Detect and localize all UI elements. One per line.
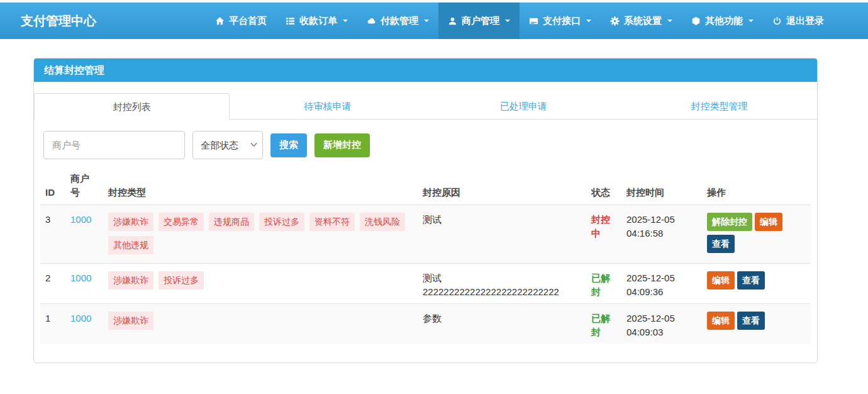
header-block-reason: 封控原因 [418, 167, 586, 205]
user-icon [448, 16, 457, 26]
edit-button[interactable]: 编辑 [755, 213, 782, 231]
search-toolbar: 全部状态 搜索 新增封控 [43, 131, 808, 159]
block-time: 2025-12-05 04:09:03 [621, 303, 702, 344]
block-types-cell: 涉嫌欺诈交易异常违规商品投诉过多资料不符洗钱风险其他违规 [103, 205, 418, 263]
gear-icon [610, 16, 620, 26]
search-button[interactable]: 搜索 [270, 133, 307, 157]
nav-item-label: 平台首页 [229, 15, 267, 27]
row-id: 1 [40, 303, 65, 344]
block-time: 2025-12-05 04:09:36 [621, 263, 702, 303]
nav-item-label: 系统设置 [624, 15, 662, 27]
nav-item-label: 退出登录 [786, 15, 824, 27]
block-reason: 测试 [418, 205, 586, 263]
caret-down-icon [505, 20, 510, 22]
header-id: ID [40, 167, 65, 205]
tab-pending-applications[interactable]: 待审核申请 [230, 93, 425, 120]
nav-menu: 平台首页 收款订单 付款管理 商户管理 支付接口 系统设置 [206, 3, 868, 39]
nav-item-payments[interactable]: 付款管理 [357, 3, 438, 39]
merchant-cell: 1000 [65, 303, 103, 344]
caret-down-icon [748, 20, 754, 22]
table-row: 31000涉嫌欺诈交易异常违规商品投诉过多资料不符洗钱风险其他违规测试封控中20… [40, 205, 811, 263]
nav-item-settings[interactable]: 系统设置 [601, 3, 682, 39]
panel-body: 封控列表 待审核申请 已处理申请 封控类型管理 全部状态 搜索 新增封控 ID [34, 82, 817, 363]
actions-cell: 编辑查看 [702, 303, 811, 344]
table-header: ID 商户号 封控类型 封控原因 状态 封控时间 操作 [40, 167, 811, 205]
block-type-tag: 涉嫌欺诈 [108, 312, 153, 330]
status-badge: 已解封 [591, 313, 610, 338]
block-type-tag: 资料不符 [309, 213, 355, 231]
table-body: 31000涉嫌欺诈交易异常违规商品投诉过多资料不符洗钱风险其他违规测试封控中20… [40, 205, 811, 344]
caret-down-icon [586, 20, 591, 22]
edit-button[interactable]: 编辑 [707, 312, 735, 330]
status-badge: 已解封 [591, 273, 610, 298]
view-button[interactable]: 查看 [707, 235, 735, 253]
tab-processed-applications[interactable]: 已处理申请 [426, 93, 621, 120]
edit-button[interactable]: 编辑 [707, 271, 735, 290]
nav-item-merchants[interactable]: 商户管理 [438, 3, 520, 39]
status-select-wrap: 全部状态 [192, 131, 263, 159]
nav-item-logout[interactable]: 退出登录 [763, 3, 833, 39]
panel-title: 结算封控管理 [34, 59, 817, 82]
block-records-table: ID 商户号 封控类型 封控原因 状态 封控时间 操作 31000涉嫌欺诈交易异… [40, 167, 811, 344]
block-type-tag: 投诉过多 [159, 271, 204, 290]
list-icon [286, 16, 295, 26]
block-reason: 测试 22222222222222222222222222 [418, 263, 586, 303]
row-id: 3 [40, 205, 65, 263]
nav-item-home[interactable]: 平台首页 [206, 3, 276, 39]
block-type-tag: 投诉过多 [259, 213, 304, 231]
merchant-link[interactable]: 1000 [70, 273, 91, 283]
home-icon [215, 16, 225, 26]
row-id: 2 [40, 263, 65, 303]
view-button[interactable]: 查看 [737, 312, 765, 330]
header-status: 状态 [586, 167, 621, 205]
status-cell: 已解封 [586, 263, 621, 303]
nav-item-label: 商户管理 [462, 15, 499, 27]
app-title[interactable]: 支付管理中心 [0, 3, 96, 39]
tab-bar: 封控列表 待审核申请 已处理申请 封控类型管理 [34, 93, 817, 120]
view-button[interactable]: 查看 [737, 271, 765, 290]
power-icon [772, 16, 782, 26]
tab-block-list[interactable]: 封控列表 [34, 93, 230, 120]
merchant-cell: 1000 [65, 263, 103, 303]
nav-item-orders[interactable]: 收款订单 [276, 3, 357, 39]
caret-down-icon [424, 20, 429, 22]
nav-item-label: 其他功能 [705, 15, 743, 27]
add-block-button[interactable]: 新增封控 [314, 133, 370, 157]
block-type-tag: 涉嫌欺诈 [108, 271, 153, 290]
table-row: 11000涉嫌欺诈参数已解封2025-12-05 04:09:03编辑查看 [40, 303, 811, 344]
block-time: 2025-12-05 04:16:58 [621, 205, 702, 263]
actions-cell: 解除封控编辑查看 [702, 205, 811, 263]
header-block-type: 封控类型 [103, 167, 418, 205]
header-merchant: 商户号 [65, 167, 103, 205]
block-types-cell: 涉嫌欺诈投诉过多 [103, 263, 418, 303]
nav-item-label: 支付接口 [543, 15, 581, 27]
card-icon [529, 16, 538, 26]
block-type-tag: 涉嫌欺诈 [108, 213, 153, 231]
merchant-id-input[interactable] [43, 131, 185, 159]
status-badge: 封控中 [591, 214, 610, 239]
cloud-icon [367, 16, 376, 26]
block-reason: 参数 [418, 303, 586, 344]
block-types-cell: 涉嫌欺诈 [103, 303, 418, 344]
table-row: 21000涉嫌欺诈投诉过多测试 222222222222222222222222… [40, 263, 811, 303]
merchant-link[interactable]: 1000 [70, 214, 91, 225]
nav-item-label: 收款订单 [299, 15, 337, 27]
caret-down-icon [667, 20, 672, 22]
caret-down-icon [343, 20, 348, 22]
header-actions: 操作 [702, 167, 811, 205]
header-block-time: 封控时间 [621, 167, 702, 205]
merchant-link[interactable]: 1000 [70, 313, 91, 324]
block-type-tag: 违规商品 [209, 213, 254, 231]
tab-block-type-management[interactable]: 封控类型管理 [621, 93, 817, 120]
status-select[interactable]: 全部状态 [193, 132, 262, 159]
top-navbar: 支付管理中心 平台首页 收款订单 付款管理 商户管理 支付接口 系统设置 [0, 3, 868, 39]
nav-item-api[interactable]: 支付接口 [520, 3, 601, 39]
unblock-button[interactable]: 解除封控 [707, 213, 752, 231]
block-type-tag: 洗钱风险 [360, 213, 405, 231]
block-type-tag: 交易异常 [159, 213, 204, 231]
status-cell: 已解封 [586, 303, 621, 344]
actions-cell: 编辑查看 [702, 263, 811, 303]
cube-icon [691, 16, 701, 26]
status-cell: 封控中 [586, 205, 621, 263]
nav-item-other[interactable]: 其他功能 [682, 3, 763, 39]
